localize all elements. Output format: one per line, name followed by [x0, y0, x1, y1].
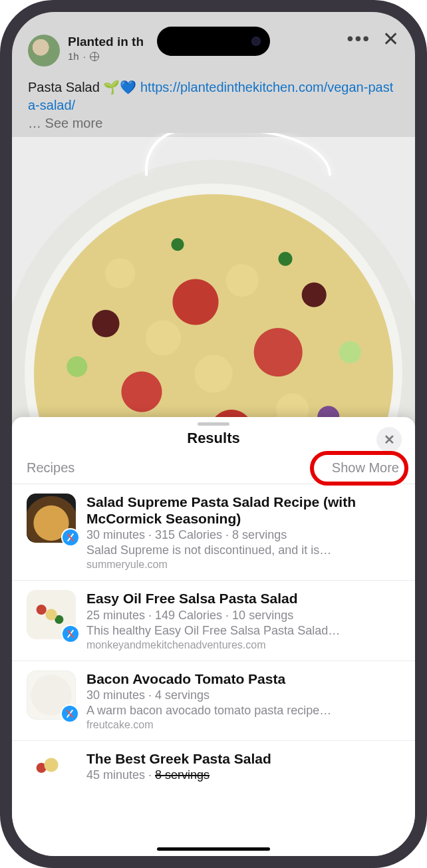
result-subtitle: 25 minutes · 149 Calories · 10 servings [86, 609, 400, 623]
result-title: Easy Oil Free Salsa Pasta Salad [86, 590, 400, 607]
post-image[interactable] [12, 133, 415, 439]
front-camera-icon [251, 37, 261, 46]
result-title: Bacon Avocado Tomato Pasta [86, 670, 400, 687]
more-icon[interactable]: ••• [347, 35, 370, 43]
result-source: summeryule.com [86, 559, 400, 571]
sheet-title: Results [187, 430, 239, 446]
result-thumbnail [27, 494, 76, 543]
annotation-highlight [310, 451, 408, 486]
post-text: Pasta Salad 🌱💙 [28, 80, 140, 94]
post-time: 1h [68, 51, 79, 62]
result-title: Salad Supreme Pasta Salad Recipe (with M… [86, 494, 400, 527]
result-thumbnail [27, 670, 76, 720]
close-sheet-button[interactable]: ✕ [376, 427, 402, 452]
result-description: A warm bacon avocado tomato pasta recipe… [86, 704, 400, 718]
result-description: Salad Supreme is not discontinued, and i… [86, 543, 400, 557]
result-source: freutcake.com [86, 719, 400, 731]
result-subtitle: 45 minutes · 8 servings [86, 768, 400, 782]
globe-icon [90, 52, 99, 61]
results-list: Salad Supreme Pasta Salad Recipe (with M… [12, 484, 415, 856]
result-thumbnail [27, 750, 76, 780]
result-subtitle: 30 minutes · 315 Calories · 8 servings [86, 528, 400, 542]
result-row[interactable]: Easy Oil Free Salsa Pasta Salad 25 minut… [12, 581, 415, 660]
home-indicator[interactable] [157, 847, 270, 851]
result-subtitle: 30 minutes · 4 servings [86, 688, 400, 702]
result-row[interactable]: Salad Supreme Pasta Salad Recipe (with M… [12, 484, 415, 581]
dynamic-island [157, 27, 270, 56]
post-body: Pasta Salad 🌱💙 https://plantedinthekitch… [12, 74, 415, 132]
safari-icon [63, 626, 78, 642]
avatar[interactable] [28, 35, 60, 67]
result-row[interactable]: The Best Greek Pasta Salad 45 minutes · … [12, 741, 415, 782]
phone-frame: Planted in th 1h · ••• ✕ Pasta Salad 🌱💙 … [0, 0, 427, 868]
see-more-link[interactable]: … See more [28, 116, 102, 130]
close-icon[interactable]: ✕ [382, 35, 399, 44]
visual-lookup-outline [145, 133, 331, 176]
safari-icon [62, 706, 78, 722]
section-label: Recipes [27, 460, 74, 476]
safari-icon [63, 529, 78, 545]
result-title: The Best Greek Pasta Salad [86, 750, 400, 767]
result-source: monkeyandmekitchenadventures.com [86, 639, 400, 651]
result-description: This healthy Easy Oil Free Salsa Pasta S… [86, 624, 400, 638]
result-row[interactable]: Bacon Avocado Tomato Pasta 30 minutes · … [12, 661, 415, 741]
screen: Planted in th 1h · ••• ✕ Pasta Salad 🌱💙 … [12, 12, 415, 856]
sheet-grabber[interactable] [198, 422, 229, 426]
result-thumbnail [27, 590, 76, 639]
results-sheet: Results ✕ Recipes Show More Salad Suprem… [12, 417, 415, 856]
